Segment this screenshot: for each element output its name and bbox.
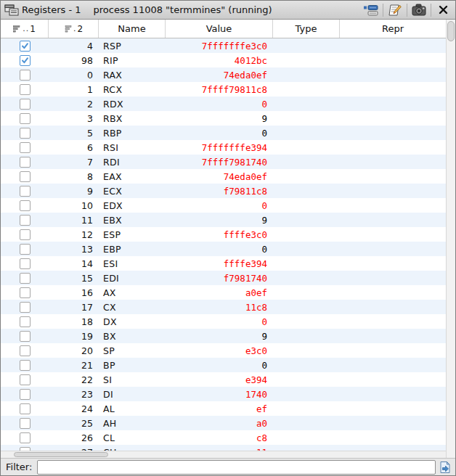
- favorite-checkbox[interactable]: [20, 186, 30, 197]
- favorite-checkbox[interactable]: [20, 432, 30, 443]
- register-row[interactable]: 12ESPffffe3c0: [1, 227, 446, 242]
- close-button[interactable]: [433, 2, 452, 18]
- register-row[interactable]: 7RDI7ffff7981740: [1, 155, 446, 169]
- enable-edits-button[interactable]: [386, 2, 404, 18]
- vertical-scrollbar-thumb[interactable]: [447, 21, 455, 41]
- register-type: [273, 314, 340, 329]
- register-row[interactable]: 13EBP0: [1, 242, 446, 256]
- favorite-checkbox[interactable]: [20, 128, 30, 139]
- column-header-favorite[interactable]: .. 1: [1, 20, 49, 38]
- favorite-checkbox[interactable]: [20, 345, 30, 356]
- register-row[interactable]: 8EAX74eda0ef: [1, 169, 446, 184]
- register-row[interactable]: 24ALef: [1, 401, 446, 416]
- register-row[interactable]: 25AHa0: [1, 416, 446, 430]
- register-repr: [340, 155, 446, 169]
- register-number: 1: [49, 82, 99, 97]
- column-header-name[interactable]: Name: [99, 20, 166, 38]
- register-type: [273, 38, 340, 53]
- favorite-checkbox[interactable]: [20, 244, 30, 255]
- register-value: 7ffff79811c8: [166, 82, 273, 97]
- register-name: AL: [99, 401, 166, 416]
- register-row[interactable]: 14ESIffffe394: [1, 256, 446, 271]
- register-row[interactable]: 16AXa0ef: [1, 285, 446, 300]
- favorite-checkbox[interactable]: [20, 331, 30, 342]
- filter-options-button[interactable]: [438, 460, 452, 475]
- register-name: DX: [99, 314, 166, 329]
- favorite-checkbox[interactable]: [20, 70, 30, 81]
- favorite-checkbox-checked[interactable]: [20, 41, 30, 52]
- register-row[interactable]: 4RSP7fffffffe3c0: [1, 38, 446, 53]
- register-value: 0: [166, 242, 273, 256]
- column-header-value[interactable]: Value: [166, 20, 273, 38]
- favorite-checkbox[interactable]: [20, 418, 30, 429]
- register-row[interactable]: 0RAX74eda0ef: [1, 67, 446, 82]
- register-type: [273, 97, 340, 111]
- register-value: 4012bc: [166, 53, 273, 67]
- register-type: [273, 140, 340, 155]
- favorite-checkbox[interactable]: [20, 258, 30, 269]
- register-row[interactable]: 22SIe394: [1, 372, 446, 387]
- favorite-checkbox[interactable]: [20, 200, 30, 211]
- favorite-checkbox[interactable]: [20, 113, 30, 124]
- favorite-cell: [1, 314, 49, 329]
- register-value: 7fffffffe3c0: [166, 38, 273, 53]
- favorite-checkbox[interactable]: [20, 302, 30, 313]
- titlebar[interactable]: Registers - 1 process 11008 "termmines" …: [1, 1, 455, 20]
- register-value: 1740: [166, 387, 273, 401]
- favorite-checkbox[interactable]: [20, 360, 30, 371]
- clone-window-button[interactable]: [410, 2, 428, 18]
- favorite-checkbox[interactable]: [20, 99, 30, 110]
- favorite-checkbox[interactable]: [20, 403, 30, 414]
- favorite-checkbox[interactable]: [20, 287, 30, 298]
- register-row[interactable]: 11EBX9: [1, 213, 446, 227]
- horizontal-scrollbar[interactable]: [1, 451, 446, 458]
- register-row[interactable]: 3RBX9: [1, 111, 446, 126]
- register-name: CX: [99, 300, 166, 314]
- register-row[interactable]: 5RBP0: [1, 126, 446, 140]
- vertical-scrollbar[interactable]: [446, 20, 456, 458]
- favorite-checkbox[interactable]: [20, 316, 30, 327]
- register-name: RDI: [99, 155, 166, 169]
- register-row[interactable]: 18DX0: [1, 314, 446, 329]
- favorite-checkbox[interactable]: [20, 142, 30, 153]
- favorite-checkbox[interactable]: [20, 84, 30, 95]
- favorite-checkbox[interactable]: [20, 171, 30, 182]
- register-row[interactable]: 23DI1740: [1, 387, 446, 401]
- register-row[interactable]: 21BP0: [1, 358, 446, 372]
- register-row[interactable]: 26CLc8: [1, 430, 446, 445]
- column-header-type[interactable]: Type: [273, 20, 340, 38]
- register-row[interactable]: 1RCX7ffff79811c8: [1, 82, 446, 97]
- column-header-number[interactable]: . 2: [49, 20, 99, 38]
- register-row[interactable]: 98RIP4012bc: [1, 53, 446, 67]
- favorite-checkbox-checked[interactable]: [20, 55, 30, 66]
- register-type: [273, 343, 340, 358]
- register-repr: [340, 372, 446, 387]
- register-row[interactable]: 15EDIf7981740: [1, 271, 446, 285]
- register-repr: [340, 242, 446, 256]
- register-row[interactable]: 9ECXf79811c8: [1, 184, 446, 198]
- register-row[interactable]: 17CX11c8: [1, 300, 446, 314]
- register-row[interactable]: 20SPe3c0: [1, 343, 446, 358]
- favorite-checkbox[interactable]: [20, 273, 30, 284]
- column-header-repr[interactable]: Repr: [340, 20, 446, 38]
- register-name: CL: [99, 430, 166, 445]
- select-registers-button[interactable]: [362, 2, 380, 18]
- sort-order-badge: 1: [30, 24, 36, 34]
- register-type: [273, 242, 340, 256]
- favorite-checkbox[interactable]: [20, 374, 30, 385]
- favorite-checkbox[interactable]: [20, 215, 30, 226]
- favorite-checkbox[interactable]: [20, 157, 30, 168]
- filter-input[interactable]: [37, 460, 436, 475]
- register-row[interactable]: 19BX9: [1, 329, 446, 343]
- register-number: 15: [49, 271, 99, 285]
- register-row[interactable]: 6RSI7fffffffe394: [1, 140, 446, 155]
- sort-ascending-icon: [13, 25, 21, 33]
- register-row[interactable]: 10EDX0: [1, 198, 446, 213]
- register-row[interactable]: 27CH11: [1, 445, 446, 451]
- register-row[interactable]: 2RDX0: [1, 97, 446, 111]
- horizontal-scrollbar-thumb[interactable]: [14, 452, 108, 457]
- favorite-checkbox[interactable]: [20, 229, 30, 240]
- favorite-checkbox[interactable]: [20, 389, 30, 400]
- register-type: [273, 184, 340, 198]
- register-type: [273, 213, 340, 227]
